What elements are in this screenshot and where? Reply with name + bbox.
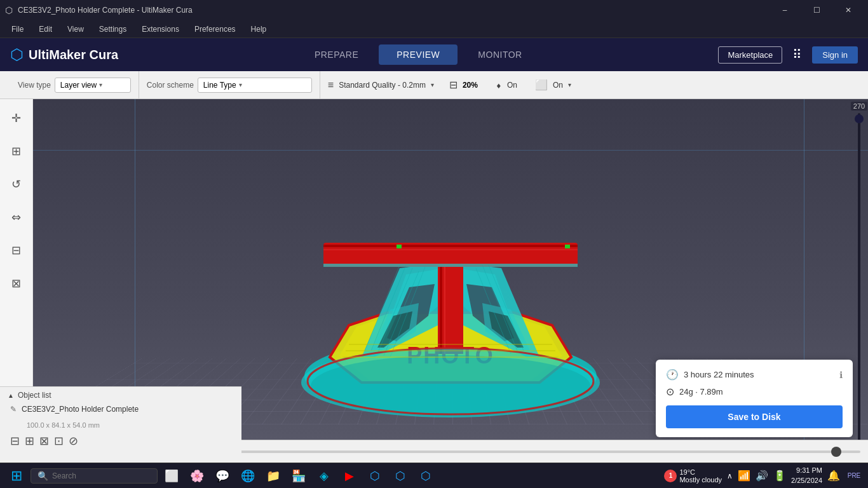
taskbar-files[interactable]: 📁 [262, 464, 285, 487]
svg-rect-23 [323, 264, 578, 267]
maximize-button[interactable]: ☐ [802, 0, 831, 20]
object-dims: 100.0 x 84.1 x 54.0 mm [27, 421, 100, 429]
taskbar-app8[interactable]: ⬡ [363, 464, 386, 487]
clock-date: 2/25/2024 [791, 477, 822, 484]
menu-help[interactable]: Help [245, 22, 273, 36]
infill-icon: ⊟ [449, 79, 458, 91]
settings-chevron[interactable]: ▾ [568, 81, 571, 88]
taskbar-youtube[interactable]: ▶ [338, 464, 361, 487]
info-panel: 🕐 3 hours 22 minutes ℹ ⊙ 24g · 7.89m Sav… [656, 360, 853, 437]
menu-edit[interactable]: Edit [32, 22, 58, 36]
menu-view[interactable]: View [61, 22, 90, 36]
volume-icon[interactable]: 🔊 [756, 470, 768, 482]
quality-group: ≡ Standard Quality - 0.2mm ▾ ⊟ 20% ⬧ On … [320, 71, 579, 98]
menu-extensions[interactable]: Extensions [135, 22, 186, 36]
taskbar-cura[interactable]: ⬡ [389, 464, 412, 487]
taskview-button[interactable]: ⬜ [160, 464, 183, 487]
minimize-button[interactable]: – [770, 0, 799, 20]
material-row: ⊙ 24g · 7.89m [666, 386, 843, 398]
save-to-disk-button[interactable]: Save to Disk [666, 405, 843, 428]
time-row: 🕐 3 hours 22 minutes ℹ [666, 369, 843, 381]
view-type-label: View type [18, 81, 51, 90]
taskbar-clock[interactable]: 9:31 PM 2/25/2024 [791, 466, 822, 485]
taskbar: ⊞ 🔍 ⬜ 🌸 💬 🌐 📁 🏪 ◈ ▶ ⬡ ⬡ ⬡ 1 19°C Mostly … [0, 463, 868, 488]
time-info-icon[interactable]: ℹ [839, 370, 843, 380]
signin-button[interactable]: Sign in [812, 46, 858, 64]
move-tool[interactable]: ✛ [5, 107, 28, 130]
time-icon: 🕐 [666, 369, 679, 381]
quality-label: Standard Quality - 0.2mm [339, 81, 426, 90]
svg-rect-17 [444, 252, 445, 354]
app-icon: ⬡ [5, 5, 13, 15]
taskbar-explorer[interactable]: 🌸 [186, 464, 208, 487]
infill-mesh-icon[interactable]: ⊡ [54, 434, 64, 448]
nav-prepare[interactable]: PREPARE [297, 44, 376, 65]
close-button[interactable]: ✕ [834, 0, 863, 20]
nav-monitor[interactable]: MONITOR [460, 44, 539, 65]
arrange-tool[interactable]: ⊟ [5, 239, 28, 262]
taskbar-app10[interactable]: ⬡ [414, 464, 437, 487]
timeline-thumb[interactable] [831, 447, 841, 457]
collapse-arrow[interactable]: ▲ [8, 392, 14, 399]
support-mesh-icon[interactable]: ⊞ [25, 434, 34, 448]
marketplace-button[interactable]: Marketplace [718, 46, 782, 64]
color-scheme-value: Line Type [203, 81, 236, 90]
nav-preview[interactable]: PREVIEW [379, 44, 458, 65]
search-icon: 🔍 [37, 471, 48, 481]
mesh-icon[interactable]: ⊟ [10, 434, 20, 448]
object-entry: ✎ CE3E3V2_Photo Holder Complete [8, 403, 234, 415]
color-scheme-group: Color scheme Line Type ▾ [139, 71, 320, 98]
menu-preferences[interactable]: Preferences [188, 22, 242, 36]
taskbar-search[interactable]: 🔍 [31, 468, 158, 484]
logo-icon: ⬡ [10, 46, 24, 64]
nav-right: Marketplace ⠿ Sign in [718, 46, 858, 64]
svg-rect-16 [440, 252, 442, 354]
weather-temp: 19°C [679, 468, 722, 476]
start-button[interactable]: ⊞ [5, 464, 28, 487]
taskbar-preview[interactable]: PRE [845, 464, 863, 487]
object-name: CE3E3V2_Photo Holder Complete [22, 405, 139, 414]
time-label: 3 hours 22 minutes [684, 370, 834, 379]
notification-button[interactable]: 🔔 [827, 470, 840, 482]
color-scheme-select[interactable]: Line Type ▾ [198, 78, 312, 93]
layer-slider[interactable]: 270 [853, 99, 865, 463]
svg-point-33 [311, 355, 590, 416]
object-list-header: ▲ Object list [8, 391, 234, 400]
slider-thumb-top[interactable] [855, 114, 864, 123]
model-svg: PHOTO [234, 128, 667, 433]
logo-area: ⬡ UltiMaker Cura [10, 46, 118, 64]
menu-settings[interactable]: Settings [93, 22, 133, 36]
infill-pct: 20% [463, 81, 478, 90]
taskbar-teams[interactable]: 💬 [211, 464, 234, 487]
quality-chevron[interactable]: ▾ [431, 81, 434, 88]
wifi-icon: 📶 [738, 470, 750, 482]
adhesion-icon: ⬜ [535, 79, 548, 91]
rotate-tool[interactable]: ↺ [5, 173, 28, 196]
anti-infill-icon[interactable]: ⊘ [69, 434, 78, 448]
search-input[interactable] [52, 471, 151, 480]
support-icon: ⬧ [496, 79, 502, 91]
support-tool[interactable]: ⊠ [5, 272, 28, 295]
view-type-group: View type Layer view ▾ [10, 71, 139, 98]
material-label: 24g · 7.89m [679, 387, 843, 396]
cutting-mesh-icon[interactable]: ⊠ [39, 434, 49, 448]
menu-file[interactable]: File [5, 22, 30, 36]
titlebar-left: ⬡ CE3E3V2_Photo Holder Complete - UltiMa… [5, 5, 193, 15]
svg-rect-19 [323, 245, 578, 247]
mirror-tool[interactable]: ⇔ [5, 206, 28, 229]
window-title: CE3E3V2_Photo Holder Complete - UltiMake… [18, 6, 193, 15]
taskbar-app6[interactable]: ◈ [313, 464, 336, 487]
taskbar-edge[interactable]: 🌐 [236, 464, 259, 487]
view-type-value: Layer view [60, 81, 97, 90]
titlebar-controls: – ☐ ✕ [770, 0, 863, 20]
scale-tool[interactable]: ⊞ [5, 140, 28, 163]
weather-badge: 1 [664, 470, 677, 482]
view-type-select[interactable]: Layer view ▾ [55, 78, 131, 93]
battery-icon: 🔋 [773, 470, 786, 482]
slider-track[interactable] [858, 113, 860, 458]
grid-icon[interactable]: ⠿ [792, 47, 802, 62]
slider-value-label: 270 [851, 102, 867, 111]
weather-info: 19°C Mostly cloudy [679, 468, 722, 484]
taskbar-store[interactable]: 🏪 [287, 464, 310, 487]
system-tray-expand[interactable]: ∧ [727, 471, 733, 480]
